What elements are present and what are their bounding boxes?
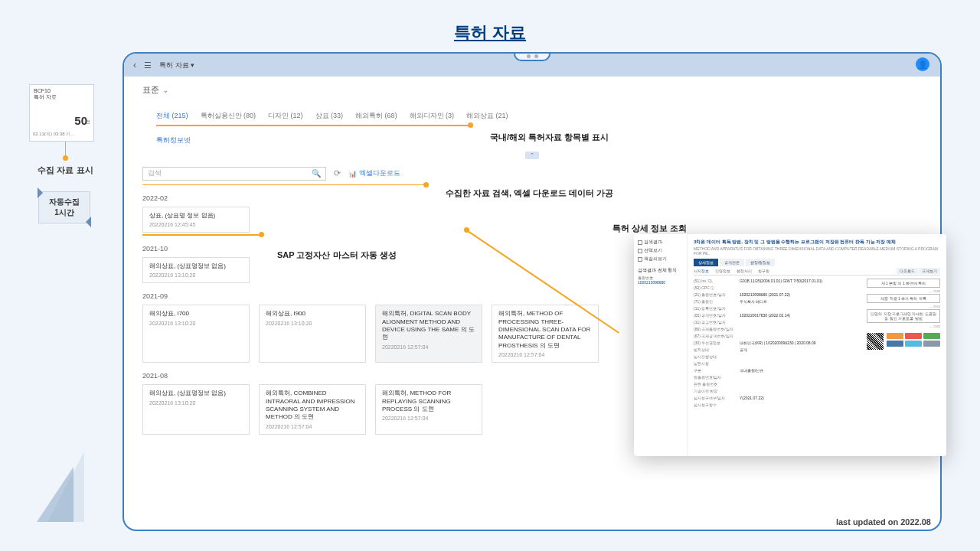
list-item[interactable]: 해외상표, I700 20220216 13:10:20 <box>142 305 250 363</box>
subtab-4[interactable]: 청구항 <box>758 269 769 273</box>
decor-triangle <box>37 467 74 522</box>
subtab-2[interactable]: 인명정보 <box>715 269 730 273</box>
field-key: (71) 출원인 <box>694 299 740 304</box>
menu-icon[interactable]: ☰ <box>144 60 152 70</box>
list-item[interactable]: 해외상표, (상표명정보 없음) 20220216 13:10:20 <box>142 257 250 283</box>
widget-time: 02.13(목) 03:38 기... <box>33 131 74 138</box>
search-icon[interactable]: 🔍 <box>312 169 321 178</box>
field-value: 1020220017830 (2022.02.14) <box>740 313 862 318</box>
left-val[interactable]: 1020210098680 <box>638 280 683 285</box>
tab-all[interactable]: 전체 (215) <box>156 111 188 121</box>
card-date: 20220216 13:10:20 <box>149 321 243 326</box>
card-title: 상표, (상표명 정보 없음) <box>149 212 243 220</box>
side-box[interactable]: 제품 적용 1 추가 특허 목록 <box>867 294 940 303</box>
field-key: (30) 우선권정보 <box>694 341 740 345</box>
field-value: Y(2021.07.22) <box>740 396 862 400</box>
detail-popup: 검색결과 선택보기 책갈피보기 검색결과 전체 항목 출원번호 10202100… <box>634 234 946 456</box>
loop-line2: 1시간 <box>42 207 87 218</box>
breadcrumb[interactable]: 특허 자료 ▾ <box>159 60 194 70</box>
callout-line <box>142 184 426 186</box>
detail-tab-1[interactable]: 상세정보 <box>694 259 718 266</box>
field-key: 심사청구항수 <box>694 403 740 407</box>
share-btn[interactable] <box>905 333 922 339</box>
field-key: (21) 출원번호/일자 <box>694 292 740 297</box>
tab-intl-design[interactable]: 해외디자인 (3) <box>410 111 455 121</box>
tab-intl-patent[interactable]: 해외특허 (68) <box>355 111 397 121</box>
detail-tabs: 상세정보 공개전문 행정/평정보 <box>694 259 940 266</box>
card-title: 해외특허, DIGITAL SCAN BODY ALIGNMENT METHOD… <box>382 310 475 342</box>
field-key: 관련 출원번호 <box>694 382 740 386</box>
field-value <box>740 320 862 324</box>
field-key: (51) Int. CL <box>694 279 740 283</box>
detail-row: 심사진행상태 <box>694 354 862 359</box>
field-value: 주식회사 메디트 <box>740 299 862 304</box>
refresh-icon[interactable]: ⟳ <box>334 168 341 178</box>
side-num: — 2940 <box>867 289 940 293</box>
opt-1[interactable]: 검색결과 <box>638 239 683 246</box>
field-key: (65) 공개번호/일자 <box>694 313 740 318</box>
detail-title: 3차원 데이터 획득 방법, 장치 및 그 방법을 수행하는 프로그램이 저장된… <box>694 239 940 246</box>
share-btn[interactable] <box>887 341 903 347</box>
collapse-icon[interactable]: ⌃ <box>525 152 539 159</box>
tabs-row: 전체 (215) 특허실용신안 (80) 디자인 (12) 상표 (33) 해외… <box>142 111 922 121</box>
loop-arrow-icon <box>38 187 45 198</box>
excel-icon: 📊 <box>348 170 357 178</box>
list-item[interactable]: 해외상표, I900 20220216 13:10:20 <box>259 305 366 363</box>
list-item[interactable]: 해외특허, METHOD OF PROCESSING THREE-DIMENSI… <box>492 305 599 363</box>
field-value <box>740 375 862 380</box>
standard-dropdown[interactable]: 표준⌄ <box>142 84 922 96</box>
card-title: 해외상표, I700 <box>149 310 243 318</box>
excel-download-button[interactable]: 📊 엑셀다운로드 <box>348 168 400 178</box>
detail-tab-3[interactable]: 행정/평정보 <box>746 259 775 266</box>
opt-2[interactable]: 선택보기 <box>638 247 683 254</box>
detail-fields: (51) Int. CLG01B 11/25(2006.01.01) G06T … <box>694 279 862 409</box>
side-num: — 2960 <box>867 324 940 328</box>
list-item[interactable]: 해외상표, (상표명정보 없음) 20220216 13:10:20 <box>142 384 250 435</box>
detail-tab-2[interactable]: 공개전문 <box>720 259 744 266</box>
tab-intl-trademark[interactable]: 해외상표 (21) <box>466 111 508 121</box>
callout-line <box>156 125 470 126</box>
card-date: 20220216 13:10:20 <box>149 400 243 406</box>
zoom-btn[interactable]: 크게보기 <box>919 268 940 274</box>
field-value <box>740 389 862 393</box>
detail-row: (30) 우선권정보대한민국(KR) | 1020200096230 | 202… <box>694 341 862 345</box>
field-key: 원출원번호/일자 <box>694 375 740 380</box>
qr-code <box>867 333 884 350</box>
field-key: (87) 국제공개번호/일자 <box>694 334 740 338</box>
field-key: (86) 국제출원번호/일자 <box>694 327 740 331</box>
card-date: 20220216 13:10:20 <box>149 272 243 278</box>
field-value: 국내출원/신규 <box>740 368 862 373</box>
search-input[interactable]: 검색 🔍 <box>142 167 326 181</box>
subtab-1[interactable]: 서지정보 <box>694 269 709 273</box>
back-icon[interactable]: ‹ <box>133 60 136 70</box>
detail-row: 관련 출원번호 <box>694 382 862 386</box>
tab-trademark[interactable]: 상표 (33) <box>315 111 344 121</box>
share-btn[interactable] <box>923 341 940 347</box>
tab-patent[interactable]: 특허실용신안 (80) <box>201 111 256 121</box>
list-item[interactable]: 상표, (상표명 정보 없음) 20220216 12:45:45 <box>142 207 250 233</box>
chevron-down-icon: ⌄ <box>162 86 168 94</box>
detail-row: 법적상태공개 <box>694 347 862 352</box>
callout-line <box>142 234 261 236</box>
avatar[interactable]: 👤 <box>916 57 929 71</box>
list-item-highlighted[interactable]: 해외특허, DIGITAL SCAN BODY ALIGNMENT METHOD… <box>375 305 482 363</box>
card-date: 20220216 12:45:45 <box>149 222 243 227</box>
download-btn[interactable]: 다운로드 <box>897 268 918 274</box>
subtab-3[interactable]: 행정처리 <box>737 269 752 273</box>
share-btn[interactable] <box>905 341 922 347</box>
side-box[interactable]: 단말의 저장 프로그래밍 자세한 도움말을 필요 프로토콜 방법 <box>867 309 940 323</box>
share-btn[interactable] <box>887 333 903 339</box>
field-value <box>740 306 862 311</box>
detail-row: (21) 출원번호/일자1020210098680 (2021.07.22) <box>694 292 862 297</box>
share-btn[interactable] <box>923 333 940 339</box>
list-item[interactable]: 해외특허, COMBINED INTRAORAL AND IMPRESSION … <box>259 384 366 435</box>
connector-line <box>65 142 66 158</box>
opt-3[interactable]: 책갈피보기 <box>638 256 683 262</box>
search-row: 검색 🔍 ⟳ 📊 엑셀다운로드 <box>142 167 922 181</box>
tab-design[interactable]: 디자인 (12) <box>268 111 303 121</box>
widget-card[interactable]: BCF10 특허 자료 50 건 02.13(목) 03:38 기... <box>29 84 94 142</box>
last-updated: last updated on 2022.08 <box>836 517 931 527</box>
detail-row: (87) 국제공개번호/일자 <box>694 334 862 338</box>
side-box[interactable]: 제 1 분할 계 1 화면에 특허 <box>867 279 940 288</box>
list-item[interactable]: 해외특허, METHOD FOR REPLAYING SCANNING PROC… <box>375 384 482 435</box>
